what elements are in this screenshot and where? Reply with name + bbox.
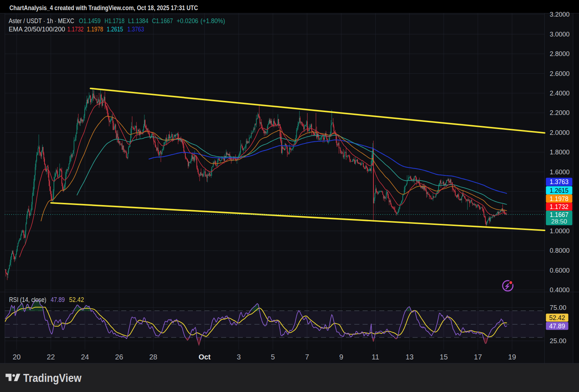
svg-text:0.6000: 0.6000 <box>550 267 570 274</box>
svg-text:25.00: 25.00 <box>550 337 566 345</box>
svg-text:1.1732: 1.1732 <box>67 25 84 33</box>
svg-text:22: 22 <box>47 353 55 361</box>
svg-text:2.4000: 2.4000 <box>550 90 570 97</box>
svg-text:1.0000: 1.0000 <box>550 227 570 235</box>
svg-text:15: 15 <box>440 353 448 361</box>
svg-text:3.2000: 3.2000 <box>550 11 570 18</box>
svg-text:3.0000: 3.0000 <box>550 31 570 38</box>
svg-text:+0.0206: +0.0206 <box>177 17 198 25</box>
svg-text:28:50: 28:50 <box>551 218 567 225</box>
svg-text:RSI (14, close): RSI (14, close) <box>9 296 46 303</box>
svg-text:1.1667: 1.1667 <box>550 211 569 218</box>
svg-text:9: 9 <box>339 353 343 361</box>
svg-text:1.6000: 1.6000 <box>550 169 570 176</box>
svg-text:EMA 20/50/100/200: EMA 20/50/100/200 <box>9 25 65 33</box>
svg-text:13: 13 <box>406 353 414 361</box>
svg-text:2.6000: 2.6000 <box>550 70 570 77</box>
svg-text:1.2615: 1.2615 <box>550 187 569 194</box>
svg-text:ChartAnalysis_4 created with T: ChartAnalysis_4 created with TradingView… <box>9 4 198 12</box>
svg-text:1.3763: 1.3763 <box>550 178 569 186</box>
svg-text:1.8000: 1.8000 <box>550 149 570 156</box>
svg-text:2.8000: 2.8000 <box>550 50 570 57</box>
svg-text:5: 5 <box>271 353 275 361</box>
svg-text:L1.1384: L1.1384 <box>128 17 148 25</box>
svg-text:0.4000: 0.4000 <box>550 286 570 294</box>
svg-text:1.1732: 1.1732 <box>550 203 569 210</box>
svg-text:52.42: 52.42 <box>549 314 565 321</box>
svg-text:2.0000: 2.0000 <box>550 129 570 136</box>
svg-text:2.2000: 2.2000 <box>550 109 570 116</box>
svg-text:19: 19 <box>508 353 516 361</box>
svg-text:17: 17 <box>474 353 482 361</box>
svg-text:3: 3 <box>237 353 241 361</box>
svg-text:Aster / USDT · 1h · MEXC: Aster / USDT · 1h · MEXC <box>9 17 74 25</box>
svg-text:52.42: 52.42 <box>69 296 84 303</box>
svg-text:1.2615: 1.2615 <box>107 25 123 33</box>
svg-text:11: 11 <box>372 353 379 361</box>
svg-text:1.3763: 1.3763 <box>127 25 144 33</box>
svg-text:7: 7 <box>305 353 309 361</box>
svg-text:26: 26 <box>115 353 123 361</box>
svg-text:C1.1667: C1.1667 <box>152 17 173 25</box>
svg-text:24: 24 <box>81 353 89 361</box>
svg-text:28: 28 <box>149 353 157 361</box>
svg-text:1.1978: 1.1978 <box>550 195 569 203</box>
svg-text:1.1978: 1.1978 <box>87 25 103 33</box>
svg-text:47.89: 47.89 <box>51 296 65 303</box>
svg-text:75.00: 75.00 <box>550 304 566 311</box>
svg-text:(+1.80%): (+1.80%) <box>200 17 225 25</box>
svg-text:H1.1718: H1.1718 <box>105 17 124 25</box>
svg-text:O1.1459: O1.1459 <box>79 17 101 25</box>
svg-text:0.8000: 0.8000 <box>550 247 570 254</box>
svg-text:TradingView: TradingView <box>23 372 82 384</box>
svg-text:47.89: 47.89 <box>549 323 565 330</box>
svg-text:20: 20 <box>13 353 21 361</box>
svg-text:Oct: Oct <box>199 353 211 361</box>
